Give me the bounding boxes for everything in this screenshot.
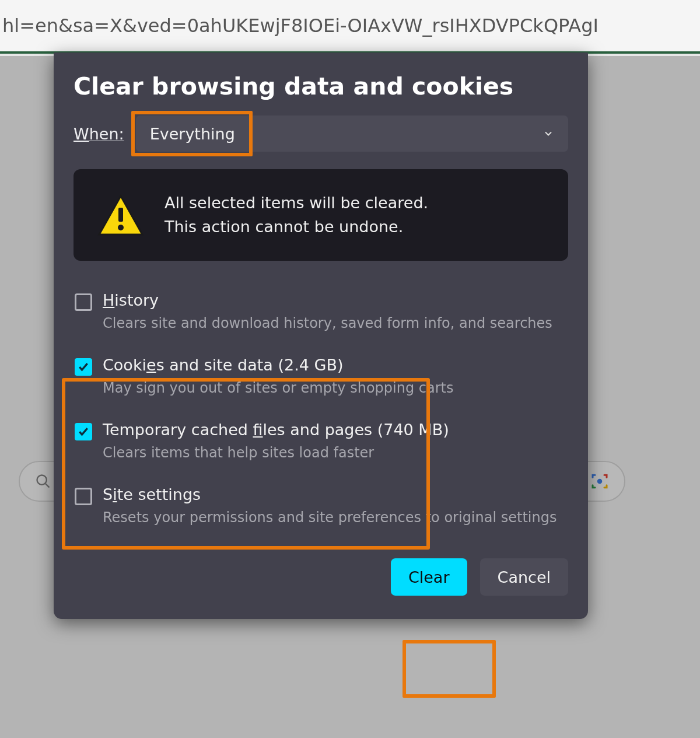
option-desc: Clears site and download history, saved … xyxy=(103,315,552,331)
svg-rect-4 xyxy=(118,208,123,222)
clear-button[interactable]: Clear xyxy=(391,558,467,596)
when-label: When: xyxy=(74,125,124,143)
when-selected-value: Everything xyxy=(150,125,235,143)
option-desc: Clears items that help sites load faster xyxy=(103,445,449,461)
option-label: Temporary cached files and pages (740 MB… xyxy=(103,421,449,439)
warning-line-2: This action cannot be undone. xyxy=(164,215,428,239)
chevron-down-icon xyxy=(542,125,554,143)
checkbox-cache[interactable] xyxy=(75,423,92,440)
option-list: History Clears site and download history… xyxy=(74,286,568,530)
checkbox-history[interactable] xyxy=(75,293,92,311)
warning-icon xyxy=(97,194,145,237)
option-label: Site settings xyxy=(103,485,556,503)
option-desc: May sign you out of sites or empty shopp… xyxy=(103,380,454,396)
warning-box: All selected items will be cleared. This… xyxy=(74,169,568,261)
url-text: hl=en&sa=X&ved=0ahUKEwjF8IOEi-OIAxVW_rsI… xyxy=(2,15,598,37)
warning-line-1: All selected items will be cleared. xyxy=(164,191,428,215)
option-label: Cookies and site data (2.4 GB) xyxy=(103,356,454,374)
checkbox-cookies[interactable] xyxy=(75,358,92,376)
option-desc: Resets your permissions and site prefere… xyxy=(103,509,556,526)
option-site-settings[interactable]: Site settings Resets your permissions an… xyxy=(74,481,568,530)
button-row: Clear Cancel xyxy=(74,558,568,596)
checkbox-site-settings[interactable] xyxy=(75,488,92,505)
svg-point-5 xyxy=(118,225,124,230)
cancel-button[interactable]: Cancel xyxy=(480,558,568,596)
when-select[interactable]: Everything xyxy=(136,116,568,152)
dialog-title: Clear browsing data and cookies xyxy=(74,72,568,100)
option-cookies[interactable]: Cookies and site data (2.4 GB) May sign … xyxy=(74,351,568,401)
warning-text: All selected items will be cleared. This… xyxy=(164,191,428,239)
option-cache[interactable]: Temporary cached files and pages (740 MB… xyxy=(74,416,568,466)
option-label: History xyxy=(103,291,552,309)
url-bar[interactable]: hl=en&sa=X&ved=0ahUKEwjF8IOEi-OIAxVW_rsI… xyxy=(0,0,700,54)
when-row: When: Everything xyxy=(74,116,568,152)
clear-data-dialog: Clear browsing data and cookies When: Ev… xyxy=(54,53,588,619)
option-history[interactable]: History Clears site and download history… xyxy=(74,286,568,336)
